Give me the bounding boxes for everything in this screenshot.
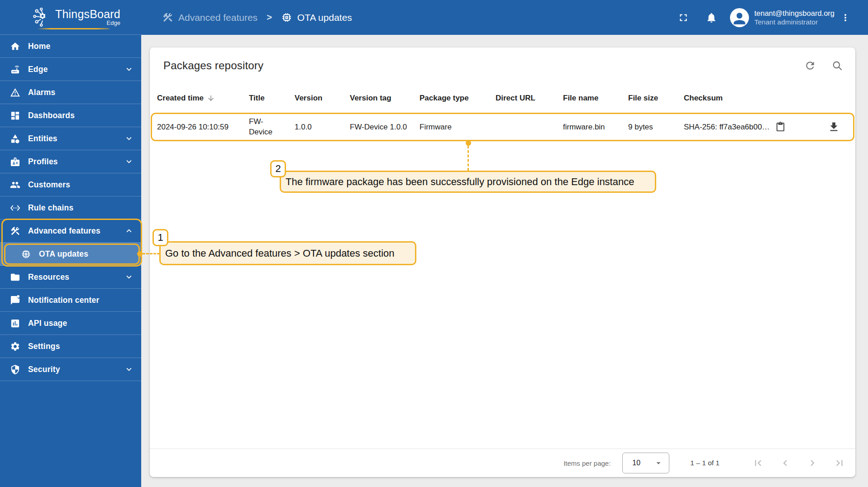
- cell-checksum: SHA-256: ff7a3ea6b00…: [684, 113, 823, 141]
- brand-underline: [37, 28, 110, 29]
- user-role: Tenant administrator: [754, 18, 835, 26]
- card-tools: [804, 60, 843, 72]
- home-icon: [10, 41, 20, 52]
- breadcrumb-separator: >: [267, 12, 272, 23]
- fullscreen-icon[interactable]: [677, 12, 689, 24]
- chart-icon: [10, 318, 20, 329]
- column-header-version[interactable]: Version: [295, 84, 344, 113]
- sidebar-nav: Home Edge Alarms Dashboards Entities: [0, 35, 141, 381]
- brand-text: ThingsBoard Edge: [55, 8, 120, 26]
- cell-file-size: 9 bytes: [628, 113, 680, 141]
- kebab-menu-icon[interactable]: [840, 12, 851, 24]
- ethernet-icon: [10, 203, 20, 213]
- memory-chip-icon: [281, 12, 292, 23]
- search-icon[interactable]: [831, 60, 843, 72]
- sidebar: ThingsBoard Edge Home Edge Alarms Dashbo…: [0, 0, 141, 487]
- chevron-down-icon: [124, 272, 134, 282]
- chevron-down-icon: [124, 64, 134, 74]
- category-icon: [10, 134, 20, 144]
- router-icon: [10, 64, 20, 75]
- pagination-controls: [752, 457, 845, 469]
- column-header-created-time[interactable]: Created time: [157, 84, 246, 113]
- sidebar-item-resources[interactable]: Resources: [0, 266, 141, 289]
- sidebar-item-profiles[interactable]: Profiles: [0, 150, 141, 173]
- sort-desc-arrow-icon: [207, 94, 215, 102]
- refresh-icon[interactable]: [804, 60, 816, 72]
- avatar[interactable]: [730, 8, 749, 27]
- sidebar-item-api-usage[interactable]: API usage: [0, 312, 141, 335]
- chevron-down-icon: [124, 134, 134, 143]
- construction-icon: [162, 12, 173, 23]
- last-page-icon[interactable]: [834, 457, 845, 469]
- chevron-up-icon: [124, 226, 134, 236]
- cell-title: FW-Device: [249, 113, 284, 141]
- user-email: tenant@thingsboard.org: [754, 9, 835, 18]
- people-icon: [10, 180, 20, 190]
- sidebar-item-edge[interactable]: Edge: [0, 58, 141, 81]
- table-header-row: Created time Title Version Version tag P…: [150, 84, 855, 113]
- sidebar-item-rule-chains[interactable]: Rule chains: [0, 196, 141, 220]
- cell-direct-url: [496, 113, 559, 141]
- memory-chip-icon: [21, 249, 31, 259]
- items-per-page-select[interactable]: 10: [622, 453, 669, 473]
- card-header: Packages repository: [150, 48, 855, 84]
- breadcrumb-ota-updates: OTA updates: [281, 12, 352, 23]
- table-row[interactable]: 2024-09-26 10:10:59 FW-Device 1.0.0 FW-D…: [150, 113, 855, 141]
- folder-icon: [10, 272, 20, 282]
- column-header-package-type[interactable]: Package type: [420, 84, 491, 113]
- sidebar-item-settings[interactable]: Settings: [0, 335, 141, 358]
- column-header-direct-url[interactable]: Direct URL: [496, 84, 559, 113]
- items-per-page-label: Items per page:: [563, 459, 610, 467]
- page-title: Packages repository: [163, 59, 263, 72]
- top-bar: Advanced features > OTA updates tenant@t…: [141, 0, 868, 35]
- breadcrumb-advanced-features[interactable]: Advanced features: [162, 12, 258, 23]
- column-header-file-name[interactable]: File name: [563, 84, 624, 113]
- sidebar-item-advanced-features[interactable]: Advanced features: [0, 220, 141, 243]
- shield-icon: [10, 364, 20, 375]
- person-icon: [731, 10, 748, 27]
- thingsboard-logo[interactable]: ThingsBoard Edge: [0, 0, 141, 35]
- cell-version: 1.0.0: [295, 113, 344, 141]
- chevron-down-icon: [124, 157, 134, 167]
- cell-created-time: 2024-09-26 10:10:59: [157, 113, 246, 141]
- sidebar-item-customers[interactable]: Customers: [0, 173, 141, 196]
- brand-title: ThingsBoard: [55, 8, 120, 20]
- user-info[interactable]: tenant@thingsboard.org Tenant administra…: [754, 9, 835, 27]
- copy-checksum-icon[interactable]: [775, 122, 786, 132]
- packages-repository-card: Packages repository Created time Title V…: [150, 48, 855, 477]
- column-header-file-size[interactable]: File size: [628, 84, 680, 113]
- cell-version-tag: FW-Device 1.0.0: [350, 113, 416, 141]
- badge-icon: [10, 157, 20, 167]
- sidebar-item-home[interactable]: Home: [0, 35, 141, 58]
- content-area: Packages repository Created time Title V…: [141, 35, 868, 487]
- sidebar-item-dashboards[interactable]: Dashboards: [0, 104, 141, 127]
- cell-actions: [828, 113, 848, 141]
- chevron-down-icon: [124, 364, 134, 374]
- table-footer: Items per page: 10 1 – 1 of 1: [150, 449, 855, 477]
- column-header-checksum[interactable]: Checksum: [684, 84, 823, 113]
- dashboard-icon: [10, 110, 20, 121]
- notifications-bell-icon[interactable]: [706, 12, 717, 24]
- app-window: ThingsBoard Edge Home Edge Alarms Dashbo…: [0, 0, 868, 487]
- next-page-icon[interactable]: [806, 457, 818, 469]
- warning-icon: [10, 87, 20, 98]
- first-page-icon[interactable]: [752, 457, 764, 469]
- breadcrumb: Advanced features > OTA updates: [162, 12, 352, 23]
- thingsboard-logo-icon: [33, 7, 52, 27]
- brand-edition: Edge: [107, 20, 120, 26]
- cell-package-type: Firmware: [420, 113, 491, 141]
- column-header-title[interactable]: Title: [249, 84, 284, 113]
- gear-icon: [10, 341, 20, 352]
- download-icon[interactable]: [828, 121, 840, 133]
- sidebar-item-notification-center[interactable]: Notification center: [0, 289, 141, 312]
- items-per-page-value: 10: [632, 459, 640, 467]
- cell-file-name: firmware.bin: [563, 113, 624, 141]
- sidebar-item-ota-updates[interactable]: OTA updates: [0, 243, 141, 266]
- pagination-range: 1 – 1 of 1: [690, 459, 720, 467]
- chat-unread-icon: [10, 295, 20, 306]
- sidebar-item-alarms[interactable]: Alarms: [0, 81, 141, 104]
- previous-page-icon[interactable]: [779, 457, 791, 469]
- column-header-version-tag[interactable]: Version tag: [350, 84, 416, 113]
- sidebar-item-security[interactable]: Security: [0, 358, 141, 381]
- sidebar-item-entities[interactable]: Entities: [0, 127, 141, 150]
